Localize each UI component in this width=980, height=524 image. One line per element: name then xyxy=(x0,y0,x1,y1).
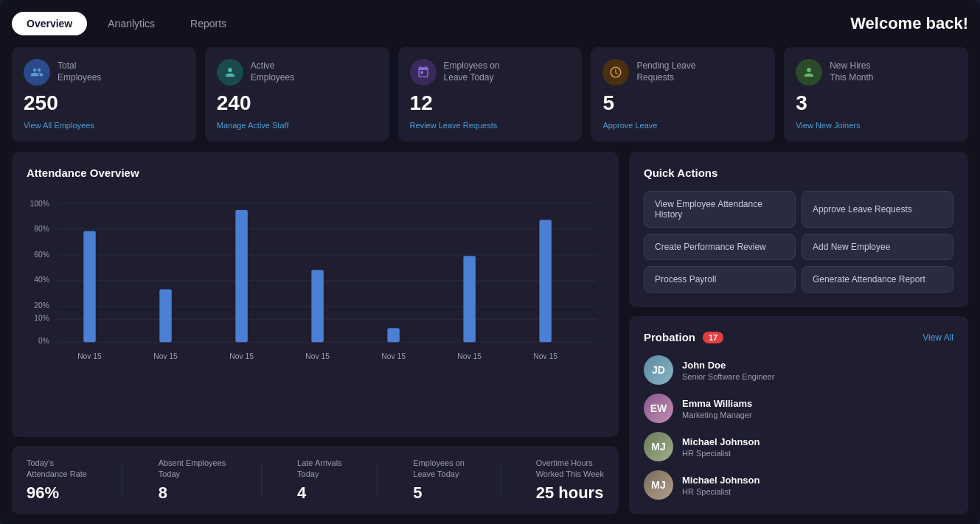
avatar-michael-johnson-2: MJ xyxy=(644,470,673,500)
stat-card-header: Total Employees xyxy=(24,59,184,85)
view-attendance-btn[interactable]: View Employee Attendance History xyxy=(644,191,796,228)
quick-actions-card: Quick Actions View Employee Attendance H… xyxy=(629,152,968,307)
employee-name: Michael Johnson xyxy=(682,436,760,447)
employee-info: Emma Williams Marketing Manager xyxy=(682,398,752,419)
stat-card-active-employees: Active Employees 240 Manage Active Staff xyxy=(205,47,389,142)
approve-leave-btn[interactable]: Approve Leave Requests xyxy=(802,191,953,228)
svg-text:60%: 60% xyxy=(34,251,49,259)
employee-role: HR Specialist xyxy=(682,487,760,496)
employee-role: HR Specialist xyxy=(682,449,760,458)
stat-label-newhires: New Hires This Month xyxy=(830,60,873,83)
svg-text:Nov 15: Nov 15 xyxy=(533,352,557,360)
stat-label-total: Total Employees xyxy=(58,60,101,83)
leave-today-icon xyxy=(410,59,437,85)
avatar-michael-johnson-1: MJ xyxy=(644,432,673,461)
add-employee-btn[interactable]: Add New Employee xyxy=(802,234,953,260)
bottom-stat-absent: Absent Employees Today 8 xyxy=(159,458,226,503)
stat-value-total: 250 xyxy=(24,91,184,115)
tab-overview[interactable]: Overview xyxy=(12,12,87,35)
probation-header: Probation 17 View All xyxy=(644,331,953,343)
employee-name: Michael Johnson xyxy=(682,475,760,486)
probation-badge: 17 xyxy=(703,332,723,343)
probation-card: Probation 17 View All JD John Doe Senior… xyxy=(629,316,968,514)
probation-title: Probation xyxy=(644,331,695,343)
svg-text:Nov 15: Nov 15 xyxy=(77,352,102,360)
actions-row-3: Process Payroll Generate Attendance Repo… xyxy=(644,266,953,293)
bottom-stat-overtime: Overtime Hours Worked This Week 25 hours xyxy=(536,458,604,503)
avatar-emma-williams: EW xyxy=(644,394,673,423)
stat-card-header: New Hires This Month xyxy=(796,59,956,85)
process-payroll-btn[interactable]: Process Payroll xyxy=(644,266,796,293)
employee-name: Emma Williams xyxy=(682,398,752,409)
svg-rect-16 xyxy=(235,210,247,342)
divider xyxy=(261,462,262,499)
review-leave-requests-link[interactable]: Review Leave Requests xyxy=(410,121,571,130)
actions-grid: View Employee Attendance History Approve… xyxy=(644,191,953,293)
employee-role: Marketing Manager xyxy=(682,411,752,419)
svg-text:Nov 15: Nov 15 xyxy=(305,352,330,360)
employee-name: John Doe xyxy=(682,360,774,371)
employee-info: Michael Johnson HR Specialist xyxy=(682,436,760,458)
svg-text:Nov 15: Nov 15 xyxy=(153,352,178,360)
stat-card-employees-on-leave: Employees on Leave Today 12 Review Leave… xyxy=(398,47,583,142)
pending-leave-icon xyxy=(602,59,629,85)
bottom-stats: Today's Attendance Rate 96% Absent Emplo… xyxy=(12,446,619,514)
actions-row-1: View Employee Attendance History Approve… xyxy=(644,191,953,228)
employees-icon xyxy=(24,59,50,85)
employee-list: JD John Doe Senior Software Engineer EW … xyxy=(644,355,953,500)
manage-active-staff-link[interactable]: Manage Active Staff xyxy=(217,121,378,130)
bottom-stat-value: 8 xyxy=(159,483,226,503)
employee-info: Michael Johnson HR Specialist xyxy=(682,475,760,496)
bottom-stat-label: Absent Employees Today xyxy=(159,458,226,479)
left-panel: Attendance Overview 100% 80% 60% 40% 20%… xyxy=(12,152,619,514)
employee-item: MJ Michael Johnson HR Specialist xyxy=(644,432,953,461)
view-new-joiners-link[interactable]: View New Joiners xyxy=(796,121,956,130)
approve-leave-link[interactable]: Approve Leave xyxy=(602,121,763,130)
chart-title: Attendance Overview xyxy=(27,167,604,179)
stat-value-pending: 5 xyxy=(602,91,763,115)
divider xyxy=(377,462,378,499)
svg-rect-18 xyxy=(387,328,399,342)
stat-label-active: Active Employees xyxy=(251,60,294,83)
create-performance-btn[interactable]: Create Performance Review xyxy=(644,234,796,260)
bottom-stat-value: 4 xyxy=(297,483,342,503)
bottom-stat-late: Late Arrivals Today 4 xyxy=(297,458,342,503)
view-all-probation-link[interactable]: View All xyxy=(922,332,953,343)
stat-label-leave: Employees on Leave Today xyxy=(444,60,500,83)
employee-item: EW Emma Williams Marketing Manager xyxy=(644,394,953,423)
svg-text:Nov 15: Nov 15 xyxy=(229,352,254,360)
nav-tabs: Overview Ananlytics Reports xyxy=(12,12,241,35)
chart-card: Attendance Overview 100% 80% 60% 40% 20%… xyxy=(12,152,619,437)
bottom-stat-value: 5 xyxy=(413,483,465,503)
stat-value-newhires: 3 xyxy=(796,91,956,115)
svg-text:0%: 0% xyxy=(38,337,49,345)
svg-text:20%: 20% xyxy=(34,301,49,310)
tab-reports[interactable]: Reports xyxy=(176,12,241,35)
svg-text:Nov 15: Nov 15 xyxy=(381,352,406,360)
employee-item: MJ Michael Johnson HR Specialist xyxy=(644,470,953,500)
bottom-stat-value: 96% xyxy=(27,483,87,503)
bottom-stat-value: 25 hours xyxy=(536,483,604,503)
probation-title-row: Probation 17 xyxy=(644,331,723,343)
generate-attendance-btn[interactable]: Generate Attendance Report xyxy=(802,266,953,293)
svg-text:100%: 100% xyxy=(30,200,49,208)
svg-rect-17 xyxy=(311,270,323,342)
bottom-stat-label: Overtime Hours Worked This Week xyxy=(536,458,604,479)
stat-card-pending-leave: Pending Leave Requests 5 Approve Leave xyxy=(591,47,775,142)
divider xyxy=(122,462,123,499)
bottom-stat-on-leave: Employees on Leave Today 5 xyxy=(413,458,465,503)
employee-item: JD John Doe Senior Software Engineer xyxy=(644,355,953,385)
tab-analytics[interactable]: Ananlytics xyxy=(93,12,170,35)
quick-actions-title: Quick Actions xyxy=(644,167,953,179)
svg-text:10%: 10% xyxy=(34,314,49,322)
stat-label-pending: Pending Leave Requests xyxy=(636,60,695,83)
view-all-employees-link[interactable]: View All Employees xyxy=(24,121,184,130)
stat-card-header: Employees on Leave Today xyxy=(410,59,571,85)
stat-card-header: Active Employees xyxy=(217,59,378,85)
divider xyxy=(500,462,501,499)
bottom-stat-label: Employees on Leave Today xyxy=(413,458,465,479)
bottom-stat-label: Today's Attendance Rate xyxy=(27,458,87,479)
active-employees-icon xyxy=(217,59,243,85)
stat-card-header: Pending Leave Requests xyxy=(602,59,763,85)
bottom-stat-attendance-rate: Today's Attendance Rate 96% xyxy=(27,458,87,503)
